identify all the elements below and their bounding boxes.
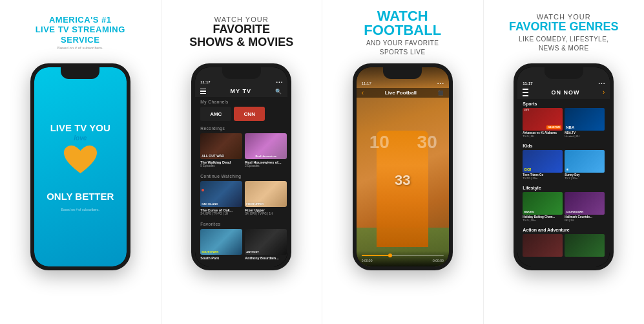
phone-1: LIVE TV YOU love ONLY BETTER Based on # …: [30, 63, 130, 270]
tv-icons: ▪ ▪ ▪: [276, 80, 283, 84]
kids-label: Kids: [523, 144, 605, 148]
recording-housewives[interactable]: Real Housewives Real Housewives of... 2 …: [245, 133, 287, 169]
cast-icon[interactable]: ⬛: [438, 91, 444, 96]
oak-island-tile[interactable]: OAK ISLAND The Curse of Oak... S4, EP8 |…: [200, 181, 242, 217]
time-remaining: -0:00:00: [431, 259, 443, 263]
video-progress-bar[interactable]: [362, 255, 444, 256]
hamburger-icon[interactable]: [200, 89, 206, 94]
continue-label: Continue Watching: [195, 171, 287, 180]
teentitans-thumb: GO!: [523, 150, 563, 173]
tv-header: MY TV 🔍: [195, 85, 287, 97]
panel-4-sub2: NEWS & MORE: [539, 45, 589, 52]
progress-fill: [362, 255, 390, 256]
south-park-thumb: SOUTH PARK: [200, 229, 242, 255]
action-row: [523, 234, 605, 257]
panel-2-big1: FAVORITE: [213, 23, 270, 36]
tv-status-bar: 11:17 ▪ ▪ ▪: [195, 67, 287, 85]
favorites-row: SOUTH PARK South Park ANTHONY Anthony Bo…: [195, 228, 287, 264]
action-tile-1[interactable]: [523, 234, 563, 257]
on-now-hamburger[interactable]: [523, 89, 528, 96]
bourdain-title: Anthony Bourdain...: [245, 256, 287, 260]
arkansas-tile[interactable]: LIVE GAMETIME Arkansas vs #1 Alabama TV-…: [523, 108, 563, 138]
lifestyle-section: Lifestyle BAKING Holiday Baking Cham... …: [517, 183, 610, 225]
action-tile-2[interactable]: [565, 234, 605, 257]
panel-3-football: FOOTBALL: [364, 23, 441, 38]
action-thumb-1: [523, 234, 563, 257]
sunnyday-tile[interactable]: ☀ Sunny Day TV-Y | 30m: [565, 150, 605, 180]
favorites-label: Favorites: [195, 219, 287, 228]
panel-4-sub1: LIKE COMEDY, LIFESTYLE,: [519, 36, 609, 43]
channels-row: AMC CNN: [195, 105, 287, 124]
kids-row: GO! Teen Titans Go TV-PG | 30m ☀: [523, 150, 605, 180]
arkansas-thumb: LIVE GAMETIME: [523, 108, 563, 131]
football-signal-icons: ▪ ▪ ▪: [437, 81, 444, 85]
panel-2-big2: SHOWS & MOVIES: [189, 36, 293, 49]
on-now-status-bar: 11:17 ▪ ▪ ▪: [517, 67, 610, 87]
tv-time: 11:17: [200, 80, 210, 84]
bourdain-tile[interactable]: ANTHONY Anthony Bourdain...: [245, 229, 287, 261]
holidaybaking-thumb: BAKING: [523, 192, 563, 215]
panel-3-sub2: SPORTS LIVE: [380, 49, 426, 56]
phone-3: 33 10 30 11:17 ▪ ▪ ▪ ‹ Live Football ⬛: [353, 63, 453, 270]
walking-dead-thumb: ALL OUT WAR: [200, 133, 242, 159]
on-now-arrow-icon[interactable]: ›: [603, 89, 605, 96]
panel-1-title-line2: LIVE TV STREAMING: [36, 25, 125, 35]
teentitans-tile[interactable]: GO! Teen Titans Go TV-PG | 30m: [523, 150, 563, 180]
sports-label: Sports: [523, 102, 605, 106]
action-section: Action and Adventure: [517, 225, 610, 259]
panel-2-header: WATCH YOUR FAVORITE SHOWS & MOVIES: [180, 0, 303, 63]
action-thumb-2: [565, 234, 605, 257]
fixer-upper-tile[interactable]: FIXER UPPER Fixer Upper S4, EP8 | TV-PG …: [245, 181, 287, 217]
continue-row: OAK ISLAND The Curse of Oak... S4, EP8 |…: [195, 180, 287, 219]
kids-section: Kids GO! Teen Titans Go TV-PG | 30m: [517, 141, 610, 183]
phone-2-screen: 11:17 ▪ ▪ ▪ MY TV 🔍 My Channels AMC: [195, 67, 287, 266]
panel-3-watch: WATCH: [377, 9, 428, 23]
panel-1-header: AMERICA'S #1 LIVE TV STREAMING SERVICE B…: [26, 0, 135, 63]
phone-2: 11:17 ▪ ▪ ▪ MY TV 🔍 My Channels AMC: [191, 63, 291, 270]
teentitans-sub: TV-PG | 30m: [523, 177, 563, 180]
walking-dead-sub: 5 Episodes: [200, 164, 242, 167]
panel-1-phone-wrapper: LIVE TV YOU love ONLY BETTER Based on # …: [30, 63, 130, 324]
on-now-title: ON NOW: [528, 89, 603, 96]
panel-1-title-line3: SERVICE: [61, 35, 99, 45]
time-elapsed: 0:00:00: [362, 259, 373, 263]
panel-america: AMERICA'S #1 LIVE TV STREAMING SERVICE B…: [0, 0, 161, 324]
hallmark-tile[interactable]: COUNTDOWN Hallmark Countdo... NR | 2H: [565, 192, 605, 222]
panel-shows: WATCH YOUR FAVORITE SHOWS & MOVIES 11:17…: [161, 0, 322, 324]
tv-title: MY TV: [210, 88, 271, 94]
nba-thumb: NBA: [565, 108, 605, 131]
only-better-text: ONLY BETTER: [47, 191, 114, 202]
score-10: 10: [369, 132, 390, 153]
lifestyle-label: Lifestyle: [523, 186, 605, 190]
progress-dot: [388, 254, 392, 257]
phone-1-screen: LIVE TV YOU love ONLY BETTER Based on # …: [34, 67, 127, 266]
amc-label: AMC: [210, 111, 222, 117]
holidaybaking-sub: TV-G | 30m: [523, 219, 563, 222]
love-text: love: [74, 135, 87, 142]
phone-3-screen: 33 10 30 11:17 ▪ ▪ ▪ ‹ Live Football ⬛: [357, 67, 449, 266]
oak-island-thumb: OAK ISLAND: [200, 181, 242, 207]
panel-3-sub1: AND YOUR FAVORITE: [366, 39, 439, 47]
amc-channel[interactable]: AMC: [200, 107, 231, 121]
cnn-channel[interactable]: CNN: [234, 107, 265, 121]
on-now-icons: ▪ ▪ ▪: [599, 81, 605, 85]
panel-3-header: WATCH FOOTBALL AND YOUR FAVORITE SPORTS …: [354, 0, 451, 63]
nba-tile[interactable]: NBA NBA.TV Unrated | 2H: [565, 108, 605, 138]
recording-walking-dead[interactable]: ALL OUT WAR The Walking Dead 5 Episodes: [200, 133, 242, 169]
hallmark-sub: NR | 2H: [565, 219, 605, 222]
bourdain-thumb: ANTHONY: [245, 229, 287, 255]
sunnyday-thumb: ☀: [565, 150, 605, 173]
holidaybaking-tile[interactable]: BAKING Holiday Baking Cham... TV-G | 30m: [523, 192, 563, 222]
phone-4-screen: 11:17 ▪ ▪ ▪ ON NOW › Sports: [517, 67, 610, 266]
cnn-label: CNN: [244, 111, 255, 117]
sunnyday-sub: TV-Y | 30m: [565, 177, 605, 180]
score-30: 30: [417, 132, 437, 153]
panel-3-phone-wrapper: 33 10 30 11:17 ▪ ▪ ▪ ‹ Live Football ⬛: [353, 63, 453, 324]
football-title: Live Football: [364, 90, 438, 96]
recordings-row: ALL OUT WAR The Walking Dead 5 Episodes …: [195, 132, 287, 171]
tv-search-icon[interactable]: 🔍: [275, 89, 282, 94]
hallmark-thumb: COUNTDOWN: [565, 192, 605, 215]
south-park-tile[interactable]: SOUTH PARK South Park: [200, 229, 242, 261]
player-number: 33: [395, 172, 410, 189]
phone-4: 11:17 ▪ ▪ ▪ ON NOW › Sports: [514, 63, 614, 270]
